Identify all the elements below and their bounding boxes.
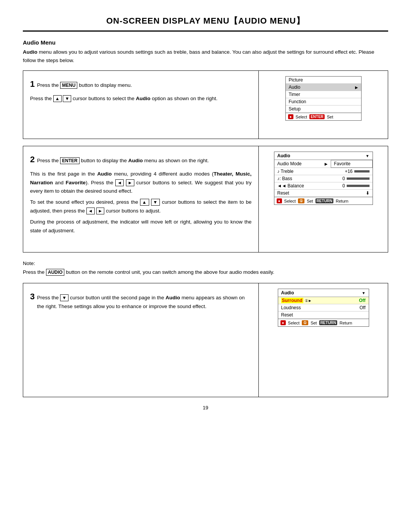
right-cursor2: ► xyxy=(96,208,105,214)
step2-para3: To set the sound effect you desired, pre… xyxy=(30,198,252,216)
bass-slider xyxy=(347,177,370,180)
balance-value: 0 xyxy=(342,183,370,189)
bass-label: ♪: Bass xyxy=(277,176,292,181)
menu3-select-btn: ● xyxy=(280,320,286,325)
menu3-title: Audio xyxy=(281,290,294,296)
sub-menu-favorite: Favorite xyxy=(331,160,372,168)
enter-key: ENTER xyxy=(60,157,80,164)
menu1-setup: Setup xyxy=(286,105,361,113)
reset-label: Reset xyxy=(277,190,289,196)
menu2-set-btn: ① xyxy=(298,198,304,203)
step2-block: 2 Press the ENTER button to display the … xyxy=(23,146,388,252)
audio-mode-label: Audio Mode xyxy=(277,161,302,166)
menu3-arrow xyxy=(362,290,366,296)
page-title: ON-SCREEN DISPLAY MENU【AUDIO MENU】 xyxy=(23,15,388,32)
treble-item: ♪ Treble +16 xyxy=(274,168,373,175)
menu3-reset-label: Reset xyxy=(281,312,293,318)
step2-number: 2 xyxy=(30,152,35,166)
bass-item: ♪: Bass 0 xyxy=(274,175,373,182)
menu1-footer: ●Select ENTERSet xyxy=(286,113,361,120)
menu-key: MENU xyxy=(60,82,77,89)
loudness-value: Off xyxy=(360,305,366,310)
surround-value: Off xyxy=(359,298,365,303)
treble-value: +16 xyxy=(345,169,369,174)
balance-item: ◄◄ Balance 0 xyxy=(274,182,373,190)
sub-menu: Favorite xyxy=(331,160,373,168)
step1-text: Press the MENU button to display menu. xyxy=(37,81,132,90)
treble-slider xyxy=(354,170,370,173)
select-btn: ● xyxy=(288,114,293,119)
surround-label: Surround xyxy=(281,298,303,303)
menu2-set-label: Set xyxy=(307,199,313,203)
step1-block: 1 Press the MENU button to display menu.… xyxy=(23,70,388,139)
menu3-box: Audio Surround ①► Off Loudness Off Reset… xyxy=(278,289,369,327)
intro-body: menu allows you to adjust various sounds… xyxy=(23,49,374,63)
menu2-footer: ●Select ①Set RETURNReturn xyxy=(274,197,373,204)
note-label: Note: xyxy=(23,259,388,268)
bass-value: 0 xyxy=(342,176,370,181)
menu1-picture: Picture xyxy=(286,77,361,84)
reset-icon: ⬇ xyxy=(366,190,370,196)
surround-arrows: ①► xyxy=(305,299,312,303)
page-number: 19 xyxy=(23,405,388,411)
step3-right: Audio Surround ①► Off Loudness Off Reset… xyxy=(258,283,388,397)
left-cursor: ◄ xyxy=(115,179,124,186)
return-btn: RETURN xyxy=(315,198,334,203)
select-label: Select xyxy=(296,115,307,119)
menu3-select-label: Select xyxy=(288,321,300,325)
audio-key: AUDIO xyxy=(46,269,65,276)
section-title: Audio Menu xyxy=(23,39,388,46)
left-cursor2: ◄ xyxy=(86,208,95,214)
note-section: Note: Press the AUDIO button on the remo… xyxy=(23,259,388,277)
step2-para2: This is the first page in the Audio menu… xyxy=(30,170,252,196)
step1-detail: Press the ▲ ▼ cursor buttons to select t… xyxy=(30,94,252,103)
step2-text: Press the ENTER button to display the Au… xyxy=(37,157,209,165)
menu2-box: Audio Audio Mode Favorite ♪ Treble +16 ♪… xyxy=(274,152,373,205)
step3-block: 3 Press the ▼ cursor button until the se… xyxy=(23,283,388,397)
audio-mode-item: Audio Mode xyxy=(274,160,331,168)
step3-number: 3 xyxy=(30,289,35,304)
menu2-title: Audio xyxy=(277,153,290,158)
down-cursor: ▼ xyxy=(63,95,71,102)
menu3-footer: ●Select ①Set RETURNReturn xyxy=(278,319,369,326)
menu3-return-label: Return xyxy=(339,321,352,325)
enter-btn: ENTER xyxy=(309,114,325,119)
audio-mode-row: Audio Mode Favorite xyxy=(274,160,373,168)
step3-left: 3 Press the ▼ cursor button until the se… xyxy=(23,283,258,397)
menu2-arrow xyxy=(366,153,370,158)
menu2-select-btn: ● xyxy=(277,198,282,203)
step2-left: 2 Press the ENTER button to display the … xyxy=(23,146,258,252)
menu3-title-bar: Audio xyxy=(278,289,369,297)
menu1-box: Picture Audio Timer Function Setup ●Sele… xyxy=(285,76,362,121)
menu3-reset-item: Reset xyxy=(278,312,369,319)
reset-item: Reset ⬇ xyxy=(274,190,373,197)
down-cursor3: ▼ xyxy=(60,294,68,301)
return-label: Return xyxy=(336,199,348,203)
treble-label: ♪ Treble xyxy=(277,169,294,174)
menu3-set-btn: ① xyxy=(302,320,308,325)
menu3-set-label: Set xyxy=(311,321,317,325)
loudness-label: Loudness xyxy=(281,305,301,310)
step2-right: Audio Audio Mode Favorite ♪ Treble +16 ♪… xyxy=(258,146,388,252)
intro-text: Audio menu allows you to adjust various … xyxy=(23,48,388,64)
balance-label: ◄◄ Balance xyxy=(277,183,304,189)
loudness-item: Loudness Off xyxy=(278,304,369,312)
note-text: Press the AUDIO button on the remote con… xyxy=(23,268,388,277)
step1-right: Picture Audio Timer Function Setup ●Sele… xyxy=(258,71,388,139)
menu1-function: Function xyxy=(286,98,361,105)
menu1-timer: Timer xyxy=(286,91,361,98)
step1-left: 1 Press the MENU button to display menu.… xyxy=(23,71,258,139)
menu2-title-bar: Audio xyxy=(274,152,373,160)
up-cursor: ▲ xyxy=(53,95,62,102)
step2-para4: During the process of adjustment, the in… xyxy=(30,218,252,235)
up-cursor2: ▲ xyxy=(140,199,149,206)
down-cursor2: ▼ xyxy=(151,199,160,206)
balance-slider xyxy=(347,185,370,187)
audio-bold: Audio xyxy=(23,49,37,55)
menu1-audio: Audio xyxy=(286,84,361,91)
menu2-select-label: Select xyxy=(284,199,296,203)
surround-item: Surround ①► Off xyxy=(278,297,369,304)
audio-mode-arrow xyxy=(325,161,328,166)
right-cursor: ► xyxy=(126,179,134,186)
set-label: Set xyxy=(327,115,333,119)
